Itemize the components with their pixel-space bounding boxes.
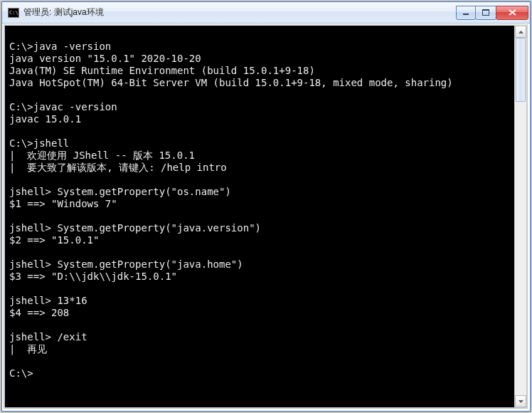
terminal-line <box>9 283 510 295</box>
terminal-line: C:\>javac -version <box>9 101 510 113</box>
maximize-button[interactable] <box>475 6 496 20</box>
window-titlebar[interactable]: C:\ 管理员: 测试java环境 <box>2 2 530 23</box>
scroll-track[interactable] <box>515 38 526 395</box>
terminal-line: jshell> /exit <box>9 331 510 343</box>
terminal-line: $2 ==> "15.0.1" <box>9 234 510 246</box>
terminal-line: | 再见 <box>9 343 510 355</box>
terminal-line: jshell> System.getProperty("os.name") <box>9 186 510 198</box>
close-button[interactable] <box>496 6 528 20</box>
terminal-line: jshell> System.getProperty("java.home") <box>9 258 510 271</box>
terminal-line: jshell> 13*16 <box>9 295 510 307</box>
terminal-line <box>9 89 510 101</box>
terminal-line: $1 ==> "Windows 7" <box>9 198 510 210</box>
terminal-line: | 要大致了解该版本, 请键入: /help intro <box>9 162 510 174</box>
terminal-line <box>9 174 510 186</box>
command-prompt-window: C:\ 管理员: 测试java环境 C:\>java -versionjava … <box>1 1 531 412</box>
minimize-icon <box>462 10 469 16</box>
terminal-line: java version "15.0.1" 2020-10-20 <box>9 53 510 65</box>
svg-marker-6 <box>518 400 523 403</box>
terminal-line: C:\> <box>9 367 510 380</box>
vertical-scrollbar[interactable] <box>514 26 526 407</box>
terminal-line <box>9 125 510 137</box>
terminal-area: C:\>java -versionjava version "15.0.1" 2… <box>4 24 528 409</box>
window-title: 管理员: 测试java环境 <box>23 6 457 19</box>
window-controls <box>457 6 528 20</box>
terminal-output[interactable]: C:\>java -versionjava version "15.0.1" 2… <box>5 26 514 407</box>
chevron-up-icon <box>518 31 523 33</box>
terminal-line: javac 15.0.1 <box>9 113 510 125</box>
terminal-line: C:\>jshell <box>9 137 510 150</box>
chevron-down-icon <box>518 400 523 403</box>
terminal-line <box>9 355 510 367</box>
terminal-line: jshell> System.getProperty("java.version… <box>9 222 510 234</box>
terminal-line: Java(TM) SE Runtime Environment (build 1… <box>9 65 510 77</box>
scroll-down-button[interactable] <box>515 395 526 407</box>
terminal-line <box>9 210 510 222</box>
svg-rect-2 <box>482 9 489 11</box>
scroll-thumb[interactable] <box>516 38 526 102</box>
terminal-line <box>9 319 510 331</box>
terminal-line: $4 ==> 208 <box>9 307 510 319</box>
scroll-up-button[interactable] <box>515 26 526 38</box>
svg-rect-0 <box>463 14 469 15</box>
terminal-line <box>9 246 510 258</box>
terminal-line <box>9 28 510 41</box>
maximize-icon <box>482 9 489 16</box>
terminal-line: C:\>java -version <box>9 41 510 53</box>
minimize-button[interactable] <box>456 6 476 20</box>
svg-marker-5 <box>518 31 523 33</box>
terminal-line: $3 ==> "D:\\jdk\\jdk-15.0.1" <box>9 271 510 283</box>
close-icon <box>509 9 516 16</box>
terminal-line: Java HotSpot(TM) 64-Bit Server VM (build… <box>9 77 510 89</box>
terminal-line: | 欢迎使用 JShell -- 版本 15.0.1 <box>9 150 510 162</box>
cmd-icon: C:\ <box>8 8 19 18</box>
